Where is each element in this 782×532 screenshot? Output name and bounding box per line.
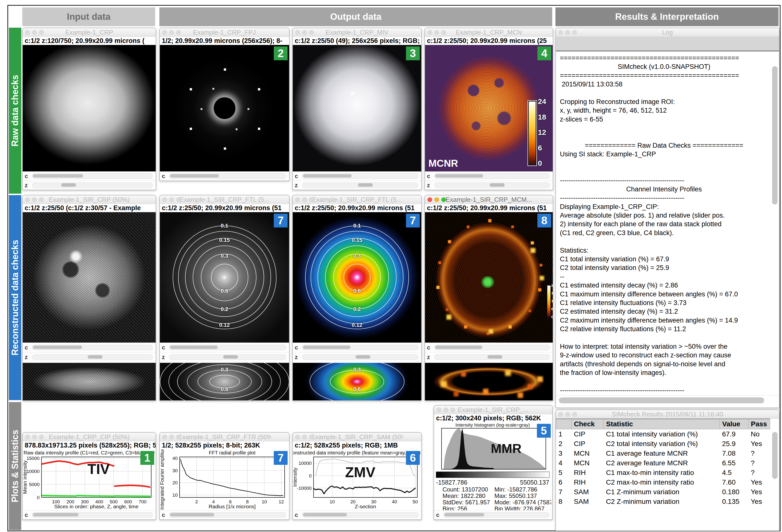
minimize-button[interactable] — [169, 435, 174, 440]
raw-data-image[interactable] — [23, 45, 156, 172]
channel-slider[interactable] — [32, 174, 153, 179]
z-slider[interactable] — [302, 354, 418, 360]
fft-radial-profile-plot[interactable]: 7 2468101210203040FFT radial profile plo… — [160, 450, 289, 510]
window-crp-fpj[interactable]: Example-1_CRP_FPJ 1/2; 20.99x20.99 micro… — [159, 28, 290, 181]
titlebar[interactable]: Example-1_CRP_MIV — [293, 28, 421, 37]
titlebar[interactable]: Example-1_CRP_CIP (50%) — [23, 433, 156, 441]
zoom-button[interactable] — [441, 30, 446, 35]
reconstructed-intensity-plot[interactable]: 6 1020304050-10000010000Reconstructed da… — [293, 450, 421, 510]
log-horizontal-scrollbar[interactable] — [556, 395, 779, 406]
zoom-button[interactable] — [451, 408, 455, 412]
z-slider[interactable] — [32, 354, 153, 360]
channel-slider[interactable] — [32, 512, 153, 518]
channel-intensity-plot[interactable]: 1 100200300400500600700050001000015000Ra… — [23, 450, 156, 510]
window-ftr-plot[interactable]: Example-1_SIR_CRP_FTR (50%) 1/2; 528x255… — [159, 432, 290, 520]
table-row[interactable]: 8SAMC2 Z-minimum variation0.135Yes — [556, 497, 770, 506]
close-button[interactable] — [25, 435, 30, 440]
log-window[interactable]: Log ====================================… — [556, 28, 780, 408]
close-button[interactable] — [25, 197, 30, 202]
fourier-transform-color-image[interactable]: 0.1 0.15 0.3 0.6 0.2 0.12 7 — [293, 212, 421, 343]
window-cip-plot[interactable]: Example-1_CRP_CIP (50%) 878.83x19713.25 … — [22, 432, 156, 520]
log-text-area[interactable]: ========================================… — [556, 51, 779, 395]
close-button[interactable] — [162, 435, 167, 440]
window-sir-crp-ftl-gray[interactable]: Example-1_SIR_CRP_FTL (5... c:1/2 z:25/5… — [159, 195, 290, 401]
orthogonal-fourier-color-image[interactable]: 0.3 0.6 — [293, 363, 421, 401]
log-vertical-scrollbar[interactable] — [771, 52, 778, 394]
minimize-button[interactable] — [434, 197, 439, 202]
titlebar[interactable]: Example-1_CRP — [23, 28, 156, 37]
minimize-button[interactable] — [443, 408, 448, 412]
titlebar[interactable]: Example-1_SIR_CRP_MCM... — [425, 195, 553, 204]
close-button[interactable] — [436, 408, 441, 412]
titlebar[interactable]: Example-1_SIR_CRP (50%) — [23, 195, 156, 204]
table-row[interactable]: 6RIHC2 max-to-min intensity ratio7.60Yes — [556, 478, 770, 487]
close-button[interactable] — [295, 435, 300, 440]
table-row[interactable]: 7SAMC1 Z-minimum variation0.180Yes — [556, 487, 770, 497]
minimize-button[interactable] — [32, 435, 37, 440]
channel-slider[interactable] — [302, 345, 418, 350]
close-button[interactable] — [558, 30, 563, 35]
window-sam-plot[interactable]: Example-1_SIR_CRP_SAM (50%) c:1/2; 528x2… — [292, 432, 422, 520]
minimize-button[interactable] — [169, 197, 174, 202]
mcnr-map-image[interactable]: 24181260 MCNR 4 — [425, 45, 553, 172]
close-button[interactable] — [427, 197, 432, 202]
orthogonal-view-image[interactable] — [23, 363, 156, 401]
titlebar[interactable]: Example-1_CRP_FPJ — [160, 28, 289, 37]
window-sir-crp[interactable]: Example-1_SIR_CRP (50%) c:1/2 z:25/50 (c… — [22, 195, 156, 401]
window-mmr-histogram[interactable]: Example-1_SIR_CRP_... c:1/2; 300x240 pix… — [434, 405, 553, 520]
z-slider[interactable] — [302, 183, 418, 188]
zoom-button[interactable] — [441, 197, 446, 202]
modulation-intensity-image[interactable]: 3 — [293, 45, 421, 172]
close-button[interactable] — [25, 30, 30, 35]
table-row[interactable]: 4MCNC2 average feature MCNR6.55? — [556, 458, 770, 468]
channel-slider[interactable] — [302, 174, 418, 179]
results-window[interactable]: SIMcheck Results 2015/09/11 11:16:40 Che… — [556, 410, 780, 531]
close-button[interactable] — [295, 30, 300, 35]
intensity-histogram[interactable]: 5 Intensity histogram (log-scale=gray)MM… — [434, 422, 552, 510]
channel-slider[interactable] — [169, 174, 286, 179]
channel-slider[interactable] — [434, 345, 550, 350]
minimize-button[interactable] — [565, 30, 570, 35]
window-crp-mcn[interactable]: Example-1_CRP_MCN c:1/2 z:25/50; 20.99x2… — [424, 28, 553, 190]
minimize-button[interactable] — [32, 30, 37, 35]
titlebar[interactable]: Example-1_CRP_MCN — [425, 28, 553, 37]
zoom-button[interactable] — [176, 30, 181, 35]
window-crp[interactable]: Example-1_CRP c:1/2 z:120/750; 20.99x20.… — [22, 28, 156, 190]
minimize-button[interactable] — [302, 435, 307, 440]
titlebar[interactable]: Example-1_SIR_CRP_FTL (5... — [160, 195, 289, 204]
mcnr-mapped-image[interactable]: 24181260 8 — [425, 212, 553, 343]
titlebar[interactable]: Log — [556, 28, 779, 37]
zoom-button[interactable] — [309, 435, 314, 440]
close-button[interactable] — [558, 412, 563, 417]
z-slider[interactable] — [169, 354, 286, 360]
zoom-button[interactable] — [176, 435, 181, 440]
zoom-button[interactable] — [39, 30, 44, 35]
window-sir-crp-ftl-color[interactable]: Example-1_SIR_CRP_FTL (5... c:1/2 z:25/5… — [292, 195, 422, 401]
orthogonal-fourier-image[interactable]: 0.3 0.6 — [160, 363, 289, 401]
z-slider[interactable] — [434, 183, 550, 188]
close-button[interactable] — [427, 30, 432, 35]
zoom-button[interactable] — [572, 412, 577, 417]
zoom-button[interactable] — [39, 435, 44, 440]
zoom-button[interactable] — [309, 30, 314, 35]
minimize-button[interactable] — [565, 412, 570, 417]
zoom-button[interactable] — [176, 197, 181, 202]
table-row[interactable]: 5RIHC1 max-to-min intensity ratio4.5? — [556, 468, 770, 478]
table-row[interactable]: 3MCNC1 average feature MCNR7.08? — [556, 449, 770, 458]
window-sir-crp-mcm[interactable]: Example-1_SIR_CRP_MCM... c:1/2 z:25/50; … — [424, 195, 553, 401]
close-button[interactable] — [162, 30, 167, 35]
orthogonal-mcnr-image[interactable] — [425, 363, 553, 401]
z-slider[interactable] — [32, 183, 153, 188]
titlebar[interactable]: SIMcheck Results 2015/09/11 11:16:40 — [556, 410, 779, 419]
channel-slider[interactable] — [32, 345, 153, 350]
minimize-button[interactable] — [302, 197, 307, 202]
fourier-projection-image[interactable]: 2 — [160, 45, 289, 172]
zoom-button[interactable] — [39, 197, 44, 202]
results-vertical-scrollbar[interactable] — [771, 420, 778, 529]
minimize-button[interactable] — [32, 197, 37, 202]
minimize-button[interactable] — [302, 30, 307, 35]
fourier-transform-image[interactable]: 0.1 0.15 0.3 0.6 0.2 0.12 7 — [160, 212, 289, 343]
z-slider[interactable] — [434, 354, 550, 360]
titlebar[interactable]: Example-1_SIR_CRP_... — [434, 406, 552, 414]
zoom-button[interactable] — [309, 197, 314, 202]
